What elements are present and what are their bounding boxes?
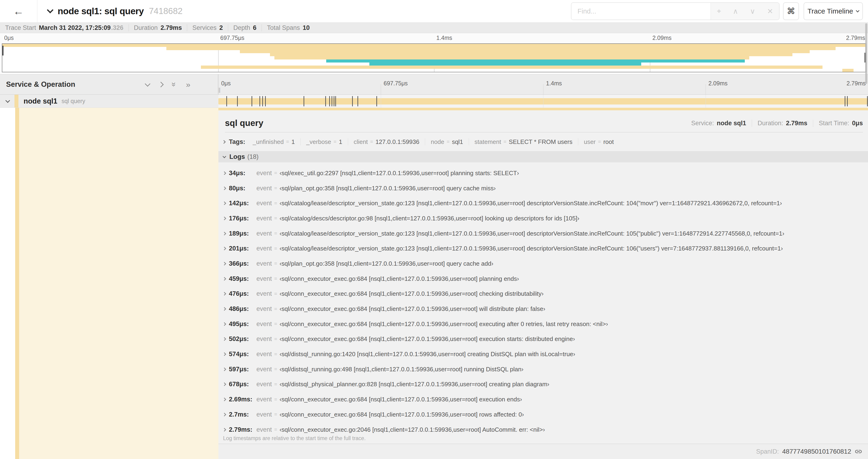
log-row[interactable]: 502μs:event=‹sql/conn_executor_exec.go:6… — [218, 332, 868, 347]
log-event-marker[interactable] — [259, 96, 260, 106]
minimap-left-drag-handle[interactable] — [2, 46, 3, 56]
log-field-key: event — [256, 305, 272, 313]
equals-sign: = — [503, 139, 506, 145]
log-row[interactable]: 459μs:event=‹sql/conn_executor_exec.go:6… — [218, 271, 868, 286]
log-row[interactable]: 2.7ms:event=‹sql/conn_executor_exec.go:6… — [218, 407, 868, 422]
find-input[interactable] — [571, 3, 711, 20]
minimap-span-bar — [240, 50, 810, 53]
log-event-marker[interactable] — [251, 96, 252, 106]
span-meta-value: 2.79ms — [786, 120, 807, 127]
collapse-trace-chevron-icon[interactable] — [47, 7, 54, 13]
tags-label: Tags: — [229, 138, 245, 145]
log-event-marker[interactable] — [237, 96, 238, 106]
log-event-marker[interactable] — [325, 96, 326, 106]
log-event-marker[interactable] — [335, 96, 336, 106]
log-timestamp: 597μs: — [229, 366, 256, 373]
tag-item[interactable]: client=127.0.0.1:59936 — [348, 138, 425, 145]
log-row[interactable]: 678μs:event=‹sql/distsql_physical_planne… — [218, 377, 868, 392]
chevron-right-icon — [223, 292, 226, 296]
back-button[interactable]: ← — [0, 0, 37, 22]
match-highlight-icon[interactable]: ⌖ — [717, 7, 721, 15]
log-row[interactable]: 189μs:event=‹sql/catalog/lease/descripto… — [218, 226, 868, 241]
log-timestamp: 366μs: — [229, 260, 256, 267]
log-event-marker[interactable] — [226, 96, 227, 106]
log-row[interactable]: 476μs:event=‹sql/conn_executor_exec.go:6… — [218, 286, 868, 302]
log-event-marker[interactable] — [845, 96, 845, 106]
span-id-row: SpanID: 4877749850101760812 — [218, 444, 868, 459]
log-row[interactable]: 574μs:event=‹sql/distsql_running.go:1420… — [218, 347, 868, 362]
clear-search-icon[interactable]: ✕ — [767, 7, 773, 15]
chevron-right-icon — [223, 217, 226, 220]
logs-title: Logs — [229, 153, 245, 160]
minimap-canvas[interactable] — [2, 43, 866, 72]
keyboard-shortcuts-button[interactable]: ⌘ — [783, 2, 799, 20]
log-timestamp: 486μs: — [229, 305, 256, 313]
logs-section-header[interactable]: Logs (18) — [218, 151, 868, 162]
chevron-right-icon — [223, 262, 226, 266]
log-event-marker[interactable] — [376, 96, 377, 106]
log-event-marker[interactable] — [329, 96, 330, 106]
ruler-tick-label: 2.79ms — [846, 80, 866, 87]
collapse-one-icon[interactable] — [145, 81, 151, 87]
tag-value: root — [603, 138, 614, 145]
log-message: ‹sql/plan_opt.go:358 [nsql1,client=127.0… — [280, 260, 493, 267]
tag-item[interactable]: _verbose=1 — [301, 138, 348, 145]
tags-row[interactable]: Tags: _unfinished=1_verbose=1client=127.… — [221, 136, 863, 147]
log-row[interactable]: 2.69ms:event=‹sql/conn_executor_exec.go:… — [218, 392, 868, 407]
log-row[interactable]: 495μs:event=‹sql/conn_executor_exec.go:6… — [218, 317, 868, 332]
column-resizer-handle[interactable]: ∥ — [218, 87, 221, 93]
log-event-marker[interactable] — [262, 96, 263, 106]
log-row[interactable]: 2.79ms:event=‹sql/conn_executor_exec.go:… — [218, 422, 868, 437]
minimap-tick-label: 2.09ms — [652, 35, 672, 41]
find-buttons: ⌖∧∨✕ — [711, 3, 779, 20]
log-row[interactable]: 597μs:event=‹sql/distsql_running.go:498 … — [218, 362, 868, 377]
chevron-right-icon — [223, 186, 226, 190]
span-row-timeline[interactable] — [218, 95, 868, 108]
tag-item[interactable]: node=sql1 — [425, 138, 469, 145]
log-timestamp: 476μs: — [229, 290, 256, 297]
log-row[interactable]: 486μs:event=‹sql/conn_executor_exec.go:6… — [218, 301, 868, 317]
log-timestamp: 2.7ms: — [229, 411, 256, 418]
collapse-span-chevron-icon[interactable] — [5, 98, 10, 103]
tag-item[interactable]: user=root — [578, 138, 619, 145]
log-event-marker[interactable] — [358, 96, 358, 106]
expand-one-icon[interactable] — [158, 81, 164, 87]
log-row[interactable]: 34μs:event=‹sql/exec_util.go:2297 [nsql1… — [218, 166, 868, 181]
log-timestamp: 201μs: — [229, 245, 256, 252]
equals-sign: = — [274, 215, 277, 221]
log-row[interactable]: 176μs:event=‹sql/catalog/descs/descripto… — [218, 211, 868, 226]
log-event-marker[interactable] — [352, 96, 353, 106]
log-row[interactable]: 142μs:event=‹sql/catalog/lease/descripto… — [218, 196, 868, 211]
equals-sign: = — [274, 321, 277, 327]
log-message: ‹sql/distsql_physical_planner.go:828 [ns… — [280, 381, 549, 388]
next-result-icon[interactable]: ∨ — [750, 7, 755, 15]
trace-info-label: Total Spans — [267, 24, 300, 31]
log-event-marker[interactable] — [304, 96, 304, 106]
collapse-all-icon[interactable]: » — [172, 82, 178, 87]
span-detail-title: sql query — [225, 118, 264, 128]
log-event-marker[interactable] — [265, 96, 266, 106]
deep-link-icon[interactable] — [855, 448, 862, 456]
chevron-right-icon — [223, 413, 226, 417]
span-meta-label: Service: — [691, 120, 714, 127]
log-timestamp: 502μs: — [229, 335, 256, 342]
log-event-marker[interactable] — [334, 96, 334, 106]
log-event-marker[interactable] — [867, 96, 868, 106]
log-event-marker[interactable] — [332, 96, 332, 106]
tag-item[interactable]: _unfinished=1 — [247, 138, 301, 145]
trace-timeline-dropdown[interactable]: Trace Timeline — [804, 2, 863, 20]
vertical-scrollbar[interactable] — [865, 23, 867, 84]
log-row[interactable]: 80μs:event=‹sql/plan_opt.go:358 [nsql1,c… — [218, 181, 868, 196]
top-bar: ← node sql1: sql query 7418682 ⌖∧∨✕ ⌘ Tr… — [0, 0, 868, 22]
previous-result-icon[interactable]: ∧ — [733, 7, 738, 15]
span-operation-name: sql query — [62, 98, 85, 104]
log-row[interactable]: 201μs:event=‹sql/catalog/lease/descripto… — [218, 241, 868, 256]
log-event-marker[interactable] — [847, 96, 848, 106]
trace-info-value-suffix: .326 — [111, 24, 123, 31]
span-row-label[interactable]: node sql1 sql query — [0, 95, 218, 108]
trace-timeline-label: Trace Timeline — [808, 7, 853, 15]
tag-item[interactable]: statement=SELECT * FROM users — [469, 138, 579, 145]
expand-all-icon[interactable]: » — [186, 81, 190, 88]
log-row[interactable]: 366μs:event=‹sql/plan_opt.go:358 [nsql1,… — [218, 256, 868, 271]
log-field-key: event — [256, 215, 272, 222]
